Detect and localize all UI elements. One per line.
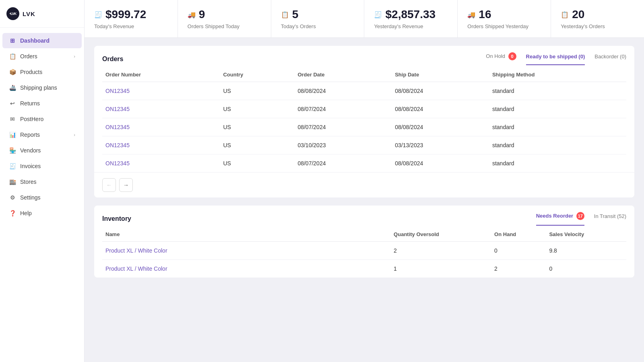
sidebar-item-label-products: Products — [20, 69, 42, 75]
order-link-4[interactable]: ON12345 — [105, 160, 130, 167]
order-number-cell: ON12345 — [102, 136, 220, 154]
sidebar-item-label-stores: Stores — [20, 179, 36, 185]
shipping-method-cell: standard — [489, 154, 626, 173]
sales-velocity-cell: 9.8 — [546, 242, 626, 260]
sidebar-item-dashboard[interactable]: ⊞ Dashboard — [2, 33, 82, 48]
product-link-0[interactable]: Product XL / White Color — [105, 247, 167, 254]
table-row: ON12345 US 08/07/2024 08/08/2024 standar… — [102, 154, 626, 173]
stat-value-todays-revenue: $999.72 — [105, 8, 146, 21]
qty-oversold-cell: 2 — [390, 242, 491, 260]
prev-page-button[interactable]: ← — [102, 178, 116, 192]
order-date-cell: 08/07/2024 — [294, 154, 392, 173]
todays-orders-icon: 📋 — [281, 11, 289, 19]
stat-label-yesterdays-revenue: Yesterday's Revenue — [374, 23, 423, 29]
sidebar-item-help[interactable]: ❓ Help — [2, 206, 82, 221]
stat-top-yesterdays-orders: 📋 20 — [561, 8, 584, 21]
sidebar-item-stores[interactable]: 🏬 Stores — [2, 174, 82, 189]
stats-bar: 🧾 $999.72 Today's Revenue 🚚 9 Orders Shi… — [85, 0, 644, 38]
invoices-icon: 🧾 — [9, 162, 16, 170]
sidebar-item-posthero[interactable]: ✉ PostHero — [2, 111, 82, 127]
sidebar-item-reports[interactable]: 📊 Reports › — [2, 127, 82, 142]
on-hold-badge: 0 — [508, 52, 516, 60]
stat-top-orders-shipped-yesterday: 🚚 16 — [467, 8, 491, 21]
sidebar-item-label-dashboard: Dashboard — [20, 37, 50, 44]
col-shipping-method: Shipping Method — [489, 66, 626, 82]
tab-backorder[interactable]: Backorder (0) — [594, 53, 626, 65]
posthero-icon: ✉ — [9, 115, 16, 123]
stat-label-todays-orders: Today's Orders — [281, 23, 316, 29]
sidebar-item-label-settings: Settings — [20, 194, 41, 201]
sidebar-item-products[interactable]: 📦 Products — [2, 64, 82, 80]
stat-card-yesterdays-orders: 📋 20 Yesterday's Orders — [551, 0, 644, 37]
shipping-method-cell: standard — [489, 136, 626, 154]
inventory-table-body: Product XL / White Color 2 0 9.8 Product… — [102, 242, 626, 278]
order-date-cell: 08/07/2024 — [294, 100, 392, 118]
sidebar-item-label-shipping-plans: Shipping plans — [20, 84, 57, 91]
reports-icon: 📊 — [9, 131, 16, 138]
tab-in-transit[interactable]: In Transit (52) — [594, 213, 626, 225]
chevron-icon-orders: › — [74, 54, 75, 59]
sidebar-item-invoices[interactable]: 🧾 Invoices — [2, 158, 82, 174]
stat-value-yesterdays-orders: 20 — [572, 8, 584, 21]
col-on-hand: On Hand — [491, 226, 546, 242]
sidebar-item-returns[interactable]: ↩ Returns — [2, 96, 82, 111]
stat-card-yesterdays-revenue: 🧾 $2,857.33 Yesterday's Revenue — [364, 0, 458, 37]
orders-tabs: On Hold 0 Ready to be shipped (0) Backor… — [486, 52, 626, 66]
ship-date-cell: 08/08/2024 — [392, 154, 489, 173]
country-cell: US — [220, 136, 294, 154]
products-icon: 📦 — [9, 68, 16, 76]
col-ship-date: Ship Date — [392, 66, 489, 82]
inventory-table-wrapper: Name Quantity Oversold On Hand Sales Vel… — [94, 226, 634, 278]
stat-card-todays-revenue: 🧾 $999.72 Today's Revenue — [85, 0, 178, 37]
inventory-table: Name Quantity Oversold On Hand Sales Vel… — [102, 226, 626, 278]
yesterdays-revenue-icon: 🧾 — [374, 11, 382, 19]
orders-shipped-today-icon: 🚚 — [188, 11, 196, 19]
order-link-2[interactable]: ON12345 — [105, 124, 130, 130]
stat-label-yesterdays-orders: Yesterday's Orders — [561, 23, 605, 29]
sidebar-item-label-invoices: Invoices — [20, 163, 41, 169]
col-name: Name — [102, 226, 390, 242]
ship-date-cell: 08/08/2024 — [392, 100, 489, 118]
next-page-button[interactable]: → — [119, 178, 133, 192]
stat-top-todays-revenue: 🧾 $999.72 — [94, 8, 146, 21]
sidebar-item-vendors[interactable]: 🏪 Vendors — [2, 143, 82, 158]
sidebar-item-orders[interactable]: 📋 Orders › — [2, 49, 82, 64]
ship-date-cell: 03/13/2023 — [392, 136, 489, 154]
logo-text: LVK — [23, 10, 35, 17]
returns-icon: ↩ — [9, 100, 16, 107]
list-item: Product XL / White Color 2 0 9.8 — [102, 242, 626, 260]
order-link-0[interactable]: ON12345 — [105, 88, 130, 94]
table-row: ON12345 US 08/08/2024 08/08/2024 standar… — [102, 82, 626, 100]
tab-on-hold[interactable]: On Hold 0 — [486, 52, 516, 66]
inventory-section-title: Inventory — [102, 215, 131, 222]
sidebar-item-label-reports: Reports — [20, 132, 40, 138]
inventory-section-header: Inventory Needs Reorder 17 In Transit (5… — [94, 206, 634, 226]
shipping-method-cell: standard — [489, 100, 626, 118]
settings-icon: ⚙ — [9, 194, 16, 201]
shipping-plans-icon: 🚢 — [9, 84, 16, 91]
orders-section: Orders On Hold 0 Ready to be shipped (0)… — [94, 46, 634, 197]
orders-table-wrapper: Order Number Country Order Date Ship Dat… — [94, 66, 634, 172]
inventory-tabs: Needs Reorder 17 In Transit (52) — [536, 212, 626, 226]
order-link-1[interactable]: ON12345 — [105, 106, 130, 112]
ship-date-cell: 08/08/2024 — [392, 82, 489, 100]
stat-top-orders-shipped-today: 🚚 9 — [188, 8, 205, 21]
orders-section-title: Orders — [102, 56, 123, 63]
order-number-cell: ON12345 — [102, 118, 220, 136]
country-cell: US — [220, 100, 294, 118]
product-link-1[interactable]: Product XL / White Color — [105, 265, 167, 272]
inventory-table-header-row: Name Quantity Oversold On Hand Sales Vel… — [102, 226, 626, 242]
sidebar-item-label-returns: Returns — [20, 100, 40, 107]
order-number-cell: ON12345 — [102, 82, 220, 100]
col-order-number: Order Number — [102, 66, 220, 82]
sidebar-item-shipping-plans[interactable]: 🚢 Shipping plans — [2, 80, 82, 95]
sidebar-item-label-vendors: Vendors — [20, 147, 41, 154]
tab-needs-reorder[interactable]: Needs Reorder 17 — [536, 212, 584, 226]
tab-ready-to-ship[interactable]: Ready to be shipped (0) — [526, 53, 585, 65]
sidebar-item-settings[interactable]: ⚙ Settings — [2, 190, 82, 205]
order-date-cell: 08/08/2024 — [294, 82, 392, 100]
help-icon: ❓ — [9, 210, 16, 217]
orders-table-body: ON12345 US 08/08/2024 08/08/2024 standar… — [102, 82, 626, 173]
order-number-cell: ON12345 — [102, 154, 220, 173]
order-link-3[interactable]: ON12345 — [105, 142, 130, 148]
